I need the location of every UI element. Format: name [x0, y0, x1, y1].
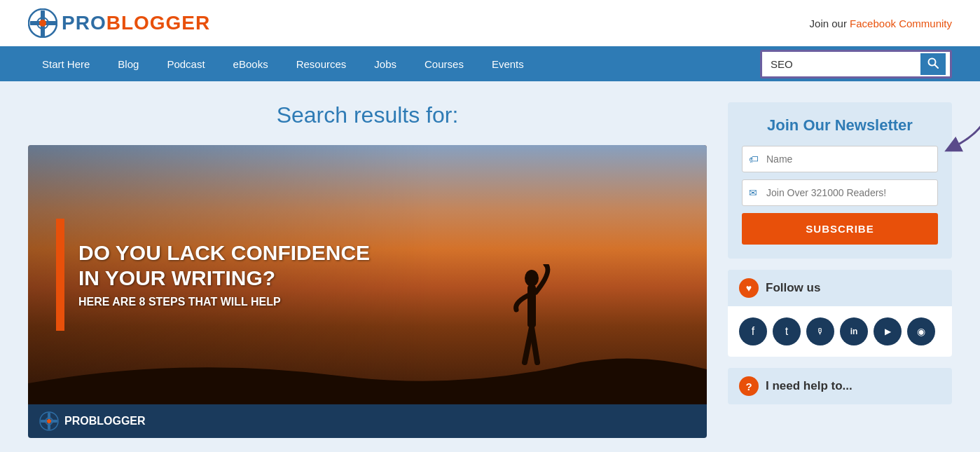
subscribe-button[interactable]: SUBSCRIBE	[742, 213, 938, 245]
newsletter-box: Join Our Newsletter 🏷 ✉ SUBSCRIBE	[728, 102, 952, 259]
podcast-icon[interactable]: 🎙	[806, 317, 834, 345]
footer-logo-icon	[39, 411, 59, 431]
heart-icon: ♥	[739, 278, 759, 298]
sidebar: Join Our Newsletter 🏷 ✉ SUBSCRIBE ♥ Foll…	[728, 102, 952, 438]
nav-links: Start Here Blog Podcast eBooks Resources…	[28, 48, 538, 80]
nav-resources[interactable]: Resources	[282, 48, 361, 80]
svg-point-7	[525, 270, 539, 287]
join-text: Join our	[810, 18, 850, 29]
follow-title: Follow us	[766, 281, 820, 295]
article-title-line1: DO YOU LACK CONFIDENCE	[78, 240, 370, 266]
newsletter-title: Join Our Newsletter	[742, 116, 938, 135]
help-box[interactable]: ? I need help to...	[728, 368, 952, 404]
search-icon	[927, 57, 939, 69]
article-image: DO YOU LACK CONFIDENCE IN YOUR WRITING? …	[28, 145, 707, 404]
search-input[interactable]	[766, 55, 920, 73]
search-box-nav	[760, 50, 952, 78]
svg-line-6	[935, 64, 939, 68]
svg-point-4	[39, 20, 46, 27]
article-card[interactable]: DO YOU LACK CONFIDENCE IN YOUR WRITING? …	[28, 145, 707, 438]
main-content: Search results for:	[0, 81, 980, 452]
header-right: Join our Facebook Community	[810, 18, 952, 29]
logo-icon	[28, 8, 57, 38]
content-area: Search results for:	[28, 102, 707, 438]
article-subtitle: HERE ARE 8 STEPS THAT WILL HELP	[78, 295, 370, 308]
follow-header: ♥ Follow us	[728, 270, 952, 306]
email-icon: ✉	[749, 187, 757, 198]
footer-logo-blogger: BLOGGER	[89, 415, 146, 427]
logo-pro: PRO	[62, 12, 106, 34]
email-input-wrapper: ✉	[742, 179, 938, 206]
name-input[interactable]	[742, 146, 938, 172]
name-input-wrapper: 🏷	[742, 146, 938, 172]
follow-box: ♥ Follow us f t 🎙 in ▶ ◉	[728, 270, 952, 357]
rss-icon[interactable]: ◉	[907, 317, 935, 345]
facebook-community-link[interactable]: Facebook Community	[850, 18, 952, 29]
nav-podcast[interactable]: Podcast	[153, 48, 219, 80]
name-icon: 🏷	[749, 153, 759, 165]
linkedin-icon[interactable]: in	[840, 317, 868, 345]
orange-accent-bar	[56, 219, 64, 331]
article-text-overlay: DO YOU LACK CONFIDENCE IN YOUR WRITING? …	[78, 240, 370, 308]
nav-start-here[interactable]: Start Here	[28, 48, 104, 80]
help-title: I need help to...	[766, 379, 853, 393]
footer-logo-pro: PRO	[64, 415, 89, 427]
search-results-title: Search results for:	[28, 102, 707, 128]
nav-blog[interactable]: Blog	[104, 48, 153, 80]
nav-events[interactable]: Events	[478, 48, 538, 80]
main-nav: Start Here Blog Podcast eBooks Resources…	[0, 46, 980, 81]
silhouette-figure	[511, 264, 553, 390]
social-icons-row: f t 🎙 in ▶ ◉	[728, 306, 952, 357]
nav-jobs[interactable]: Jobs	[360, 48, 410, 80]
question-icon: ?	[739, 376, 759, 396]
twitter-icon[interactable]: t	[773, 317, 801, 345]
email-input[interactable]	[742, 179, 938, 206]
search-wrapper	[760, 50, 952, 78]
nav-ebooks[interactable]: eBooks	[219, 48, 282, 80]
hill-silhouette	[28, 348, 707, 404]
svg-point-13	[47, 419, 51, 423]
logo[interactable]: PROBLOGGER	[28, 8, 210, 38]
nav-courses[interactable]: Courses	[410, 48, 478, 80]
facebook-icon[interactable]: f	[739, 317, 767, 345]
search-button[interactable]	[920, 53, 946, 75]
logo-blogger: BLOGGER	[106, 12, 211, 34]
site-header: PROBLOGGER Join our Facebook Community	[0, 0, 980, 46]
youtube-icon[interactable]: ▶	[874, 317, 902, 345]
article-title-line2: IN YOUR WRITING?	[78, 266, 370, 291]
article-footer: PROBLOGGER	[28, 404, 707, 438]
